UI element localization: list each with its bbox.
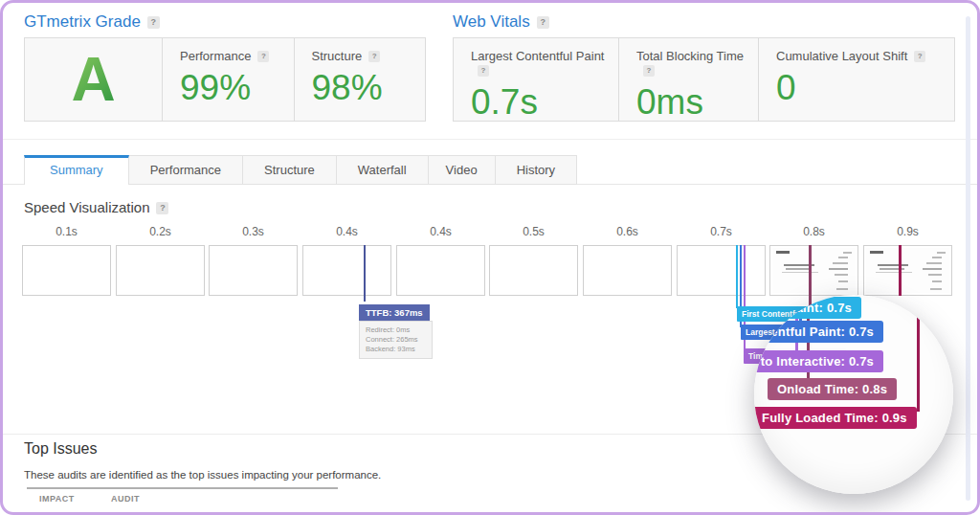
timeline-label: 0.4s: [396, 225, 485, 238]
ttfb-connect: Connect: 265ms: [366, 335, 426, 345]
timeline-label: 0.4s: [302, 225, 391, 238]
help-icon[interactable]: ?: [478, 65, 489, 77]
column-header-impact: IMPACT: [39, 494, 75, 504]
page-thumbnail: [866, 248, 949, 293]
filmstrip-frame: [116, 245, 205, 296]
help-icon[interactable]: ?: [643, 65, 655, 77]
grade-letter: A: [71, 49, 115, 110]
filmstrip-frame: [396, 245, 485, 296]
tbt-value: 0ms: [636, 82, 758, 123]
tab-summary[interactable]: Summary: [24, 155, 129, 185]
fully-loaded-marker-line-zoom: [917, 295, 920, 412]
vitals-card: Largest Contentful Paint? 0.7s Total Blo…: [453, 37, 955, 122]
timeline-label: 0.3s: [209, 225, 298, 238]
structure-cell: Structure? 98%: [294, 38, 426, 121]
performance-label: Performance?: [180, 49, 294, 63]
structure-label: Structure?: [312, 49, 426, 63]
tab-structure[interactable]: Structure: [243, 155, 337, 185]
filmstrip-frame: [489, 245, 578, 296]
tab-history[interactable]: History: [496, 155, 577, 185]
tab-waterfall[interactable]: Waterfall: [337, 155, 429, 185]
filmstrip-frame: [583, 245, 672, 296]
filmstrip-frame: [769, 245, 858, 296]
tab-performance[interactable]: Performance: [129, 155, 243, 185]
ttfb-marker-line: [364, 245, 366, 302]
filmstrip-frame: [677, 245, 766, 296]
lcp-cell: Largest Contentful Paint? 0.7s: [454, 38, 618, 121]
timeline-label: 0.2s: [116, 225, 205, 238]
lcp-label: Largest Contentful Paint?: [471, 49, 618, 78]
cls-value: 0: [776, 68, 954, 108]
grade-card: A Performance? 99% Structure? 98%: [24, 37, 426, 122]
help-icon[interactable]: ?: [147, 16, 160, 29]
gtmetrix-report: GTmetrix Grade? A Performance? 99% Struc…: [0, 0, 980, 515]
cls-label: Cumulative Layout Shift?: [776, 49, 954, 63]
vitals-section-title: Web Vitals?: [453, 12, 549, 32]
grade-cell: A: [25, 38, 162, 121]
page-thumbnail: [772, 248, 856, 293]
cls-cell: Cumulative Layout Shift? 0: [758, 38, 954, 121]
help-icon[interactable]: ?: [914, 51, 925, 62]
speed-viz-title: Speed Visualization?: [24, 199, 168, 215]
fcp-marker-line: [736, 245, 738, 308]
timeline-label: 0.7s: [677, 225, 766, 238]
magnifier-lens: First Contentful Paint: 0.7s Largest Con…: [754, 295, 953, 494]
issues-table-border: [27, 487, 338, 489]
grade-section-title-text: GTmetrix Grade: [24, 12, 141, 31]
timeline-label: 0.8s: [769, 225, 858, 238]
help-icon[interactable]: ?: [156, 202, 168, 214]
help-icon[interactable]: ?: [257, 51, 269, 62]
help-icon[interactable]: ?: [368, 51, 380, 62]
lcp-value: 0.7s: [471, 82, 618, 123]
top-issues-title: Top Issues: [24, 440, 97, 458]
onload-badge-zoom: Onload Time: 0.8s: [768, 378, 897, 400]
column-header-audit: AUDIT: [111, 494, 140, 504]
timeline-label: 0.1s: [22, 225, 111, 238]
tbt-cell: Total Blocking Time? 0ms: [618, 38, 758, 121]
grade-section-title: GTmetrix Grade?: [24, 12, 160, 32]
fully-loaded-badge-zoom: Fully Loaded Time: 0.9s: [754, 407, 917, 429]
ttfb-backend: Backend: 93ms: [366, 345, 426, 354]
fully-loaded-marker-line: [899, 245, 902, 296]
timeline-label: 0.9s: [863, 225, 952, 238]
ttfb-tooltip: Redirect: 0ms Connect: 265ms Backend: 93…: [359, 321, 433, 359]
filmstrip-frame: [22, 245, 111, 296]
ttfb-redirect: Redirect: 0ms: [366, 325, 426, 335]
tbt-label: Total Blocking Time?: [636, 49, 758, 78]
header-divider: [3, 139, 977, 140]
performance-cell: Performance? 99%: [162, 38, 294, 121]
timeline-label: 0.5s: [489, 225, 578, 238]
top-issues-description: These audits are identified as the top i…: [24, 469, 381, 481]
vitals-section-title-text: Web Vitals: [453, 12, 530, 31]
performance-value: 99%: [180, 68, 294, 108]
filmstrip-frame: [209, 245, 298, 296]
ttfb-badge: TTFB: 367ms: [359, 304, 430, 321]
filmstrip-frame: [863, 245, 952, 296]
report-tabs: Summary Performance Structure Waterfall …: [24, 155, 577, 185]
filmstrip-frame: [302, 245, 391, 296]
timeline-label: 0.6s: [583, 225, 672, 238]
help-icon[interactable]: ?: [537, 16, 549, 29]
tab-video[interactable]: Video: [429, 155, 496, 185]
scrollbar[interactable]: [966, 16, 970, 501]
tti-badge-zoom: Time to Interactive: 0.7s: [754, 350, 883, 372]
structure-value: 98%: [312, 68, 426, 108]
